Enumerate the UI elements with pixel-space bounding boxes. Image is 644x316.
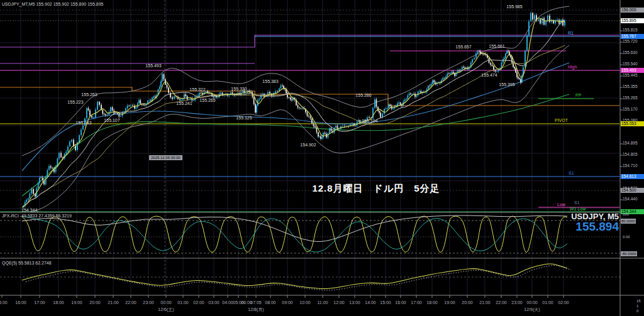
qqe-axis-label: 15 — [636, 299, 641, 303]
chart-canvas[interactable] — [0, 0, 644, 316]
price-swing-label: 155.125 — [236, 116, 252, 120]
qqe-axis-label: 1 — [636, 304, 638, 308]
price-swing-label: 155.395 — [499, 82, 514, 87]
symbol-ohlc-header: USDJPY_MT,M5 155.902 155.902 155.890 155… — [2, 2, 104, 6]
quote-overlay-price: 155.894 — [575, 221, 619, 232]
level-label-pp: PP — [575, 93, 581, 97]
price-swing-label: 155.223 — [67, 100, 83, 104]
level-label-s1: S1 — [569, 171, 574, 175]
price-swing-label: 155.661 — [489, 44, 504, 48]
price-swing-label: 154.902 — [300, 143, 316, 147]
price-swing-label: 155.104 — [362, 119, 377, 123]
level-label-low: Low — [557, 202, 565, 207]
level-label-s1: S1 — [574, 200, 580, 205]
price-axis-strip[interactable] — [620, 0, 644, 295]
price-swing-label: 155.330 — [231, 87, 247, 91]
time-axis-strip[interactable] — [0, 295, 620, 316]
price-swing-label: 155.083 — [75, 121, 91, 125]
price-swing-label: 155.241 — [176, 101, 192, 106]
level-label-r1: R1 — [568, 31, 574, 35]
rci-indicator-label: JFX-RCI -49.5833 27.4359 86.3219 — [2, 214, 72, 218]
chart-annotation-note: 12.8月曜日 ドル円 5分足 — [312, 183, 440, 193]
price-swing-label: 155.657 — [455, 45, 471, 49]
price-swing-label: 155.322 — [189, 87, 205, 92]
price-swing-label: 155.985 — [506, 4, 522, 9]
price-swing-label: 155.263 — [81, 92, 97, 97]
level-label-high: High — [568, 65, 577, 69]
level-label-pivot: PIVOT — [555, 118, 568, 123]
price-swing-label: 155.493 — [145, 63, 161, 68]
qqe-axis-label: 0 — [636, 309, 638, 313]
level-label-w1-low: W1 Low — [570, 207, 586, 211]
qqe-indicator-label: QQE(5) 55.5813 62.2748 — [2, 261, 52, 265]
price-swing-label: 155.474 — [481, 73, 497, 77]
price-swing-label: 155.383 — [262, 79, 278, 84]
price-swing-label: 155.265 — [199, 98, 215, 102]
price-label-low-start: 154.344, — [21, 208, 38, 212]
price-swing-label: 155.286 — [355, 93, 371, 97]
mt4-chart-window: USDJPY_MT,M5 155.902 155.902 155.890 155… — [0, 0, 644, 316]
vline-date-badge[interactable]: 2025.12.06 00:00 — [149, 155, 182, 160]
price-swing-label: 155.107 — [104, 118, 119, 123]
